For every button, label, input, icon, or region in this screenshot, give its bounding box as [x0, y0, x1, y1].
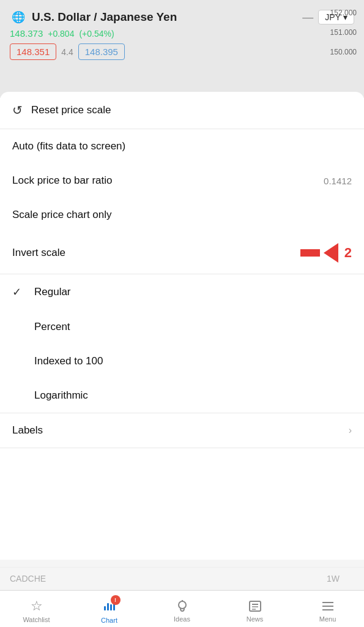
- svg-rect-0: [104, 606, 106, 610]
- svg-point-4: [179, 601, 186, 609]
- tab-ideas-label: Ideas: [174, 615, 190, 623]
- price-box-low: 148.351: [10, 43, 56, 60]
- chart-title: U.S. Dollar / Japanese Yen: [32, 10, 177, 24]
- scale-label-1: 152.000: [330, 9, 357, 17]
- lock-price-value: 0.1412: [324, 176, 352, 186]
- indexed-label: Indexed to 100: [34, 355, 352, 367]
- scale-price-label: Scale price chart only: [12, 209, 352, 221]
- labels-label: Labels: [12, 424, 344, 437]
- scale-price-item[interactable]: Scale price chart only: [0, 198, 364, 232]
- logarithmic-item[interactable]: Logarithmic: [0, 378, 364, 413]
- scale-label-3: 150.000: [330, 48, 357, 56]
- tab-menu-label: Menu: [319, 615, 336, 623]
- invert-scale-label: Invert scale: [12, 247, 293, 259]
- price-separator: 4.4: [61, 47, 73, 57]
- arrow-head: [324, 243, 338, 263]
- cadche-timeframe: 1W: [327, 574, 340, 584]
- arrow-body: [300, 249, 320, 257]
- price-change-abs: +0.804: [48, 29, 74, 39]
- tab-news[interactable]: News: [218, 595, 291, 623]
- price-change-pct: (+0.54%): [79, 29, 114, 39]
- watchlist-icon: ☆: [31, 598, 43, 614]
- watchlist-item-cadche[interactable]: CADCHE 1W: [0, 568, 364, 590]
- annotation-arrow: 2: [300, 243, 352, 263]
- auto-fits-label: Auto (fits data to screen): [12, 140, 352, 152]
- svg-rect-1: [107, 603, 109, 610]
- lock-price-item[interactable]: Lock price to bar ratio 0.1412: [0, 163, 364, 198]
- chevron-right-icon: ›: [349, 425, 352, 436]
- regular-item[interactable]: ✓ Regular: [0, 274, 364, 310]
- percent-item[interactable]: Percent: [0, 310, 364, 344]
- reset-price-scale-item[interactable]: ↺ Reset price scale: [0, 92, 364, 129]
- chart-scale-labels: 152.000 151.000 150.000: [330, 9, 357, 56]
- reset-section: ↺ Reset price scale: [0, 92, 364, 129]
- menu-icon: [321, 599, 335, 614]
- tab-ideas[interactable]: Ideas: [146, 595, 218, 623]
- labels-item[interactable]: Labels ›: [0, 413, 364, 448]
- reset-price-scale-label: Reset price scale: [31, 104, 352, 116]
- tab-chart[interactable]: ! Chart: [73, 594, 146, 624]
- context-menu: ↺ Reset price scale Auto (fits data to s…: [0, 92, 364, 560]
- regular-label: Regular: [34, 286, 352, 298]
- price-main: 148.373: [10, 28, 43, 39]
- check-icon: ✓: [12, 285, 29, 299]
- tab-news-label: News: [247, 615, 264, 623]
- tab-menu[interactable]: Menu: [291, 595, 364, 623]
- lock-price-label: Lock price to bar ratio: [12, 175, 324, 187]
- reset-icon: ↺: [12, 103, 23, 118]
- scale-options-section: Auto (fits data to screen) Lock price to…: [0, 129, 364, 274]
- currency-flag: 🌐: [10, 9, 27, 26]
- invert-scale-item[interactable]: Invert scale 2: [0, 232, 364, 274]
- annotation-number: 2: [344, 245, 352, 261]
- tab-watchlist-label: Watchlist: [23, 616, 50, 623]
- labels-section: Labels ›: [0, 413, 364, 448]
- price-box-high: 148.395: [78, 43, 125, 60]
- chart-header: 🌐 U.S. Dollar / Japanese Yen — JPY ▾ 148…: [0, 0, 364, 98]
- scale-label-2: 151.000: [330, 28, 357, 37]
- cadche-symbol: CADCHE: [10, 574, 327, 584]
- chart-notification-badge: !: [111, 595, 121, 605]
- scale-type-section: ✓ Regular Percent Indexed to 100 Logarit…: [0, 274, 364, 413]
- auto-fits-item[interactable]: Auto (fits data to screen): [0, 129, 364, 163]
- tab-bar: ☆ Watchlist ! Chart Ideas: [0, 590, 364, 627]
- tab-chart-label: Chart: [101, 617, 117, 624]
- ideas-icon: [175, 599, 190, 614]
- chart-icon-wrap: !: [102, 598, 117, 615]
- logarithmic-label: Logarithmic: [34, 389, 352, 402]
- news-icon: [248, 599, 262, 614]
- percent-label: Percent: [34, 321, 352, 333]
- tab-watchlist[interactable]: ☆ Watchlist: [0, 595, 73, 623]
- indexed-item[interactable]: Indexed to 100: [0, 344, 364, 378]
- dash-icon: —: [302, 11, 313, 24]
- svg-rect-2: [110, 604, 112, 610]
